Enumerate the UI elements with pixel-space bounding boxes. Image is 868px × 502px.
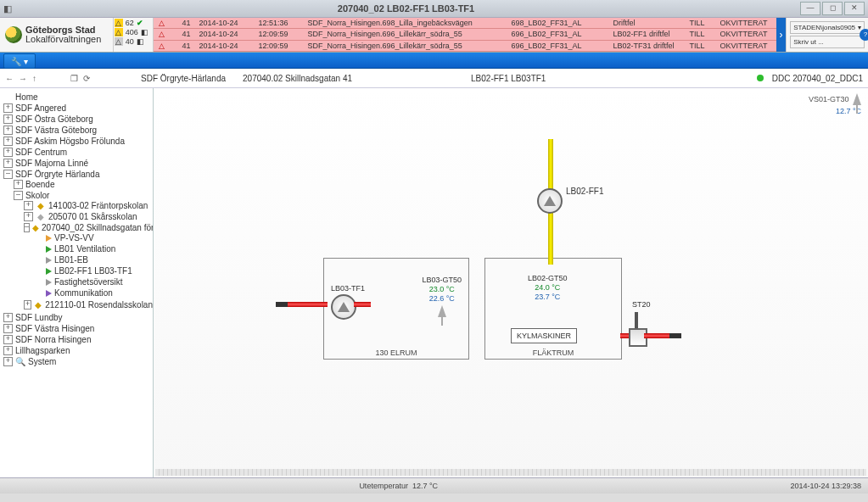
status-bar: Utetemperatur 12.7 °C 2014-10-24 13:29:3… <box>0 477 868 494</box>
tree-item[interactable]: +SDF Östra Göteborg <box>3 114 153 124</box>
alarm-ack: OKVITTERAT <box>720 30 771 38</box>
footer-temp-value: 12.7 °C <box>412 482 438 490</box>
tree-item[interactable]: +SDF Askim Högsbo Frölunda <box>3 137 153 146</box>
state-icon: ◧ <box>141 28 148 36</box>
tree-item[interactable]: +SDF Centrum <box>3 148 153 157</box>
alarm-tag: 696_LB02_FF31_AL <box>512 42 605 50</box>
tree-item[interactable]: +Boende <box>14 180 153 189</box>
room-130-elrum: LB03-TF1 LB03-GT50 23.0 °C 22.6 °C 130 E… <box>323 258 469 360</box>
tree-item[interactable]: +◆205070 01 Skårsskolan <box>24 212 153 221</box>
tree-item[interactable]: +SDF Majorna Linné <box>3 159 153 168</box>
alarm-time: 12:09:59 <box>259 30 300 38</box>
tree-home[interactable]: Home <box>3 92 153 102</box>
tree-item[interactable]: +◆212110-01 Rosendalsskolan <box>24 300 153 310</box>
outdoor-sensor: VS01-GT30 12.7 °C <box>809 93 861 115</box>
alarm-count-value: 40 <box>126 37 134 46</box>
alarm-pri: 41 <box>177 42 191 50</box>
page-icon <box>46 235 52 242</box>
tree-item[interactable]: +🔍System <box>3 357 153 366</box>
window-title: 207040_02 LB02-FF1 LB03-TF1 <box>12 3 800 14</box>
sensor-label: VS01-GT30 <box>809 95 849 103</box>
valve-label: ST20 <box>632 300 651 309</box>
brand-block: Göteborgs Stad Lokalförvaltningen <box>0 18 114 52</box>
folder-icon: ◆ <box>36 201 46 210</box>
alarm-tri-icon: △ <box>115 37 123 46</box>
tree-item[interactable]: –SDF Örgryte Härlanda <box>3 170 153 179</box>
alarm-row[interactable]: △412014-10-2412:09:59SDF_Norra_Hisingen.… <box>154 41 776 52</box>
room-label: FLÄKTRUM <box>485 349 621 357</box>
folder-icon: ◆ <box>32 223 39 232</box>
nav-tree[interactable]: Home +SDF Angered +SDF Östra Göteborg +S… <box>0 88 154 477</box>
status-label: DDC 207040_02_DDC1 <box>772 74 863 83</box>
alarm-tri-icon: △ <box>159 30 169 38</box>
pipe-exhaust <box>620 333 629 338</box>
tree-item[interactable]: +SDF Norra Hisingen <box>3 335 153 344</box>
state-icon: ◧ <box>137 37 144 46</box>
tree-item[interactable]: +SDF Västra Göteborg <box>3 126 153 135</box>
tree-item[interactable]: +SDF Lundby <box>3 313 153 322</box>
breadcrumb: SDF Örgryte-Härlanda 207040.02 Skillnads… <box>141 74 748 83</box>
tree-leaf[interactable]: LB02-FF1 LB03-TF1 <box>34 266 153 276</box>
alarm-state: TILL <box>690 30 712 38</box>
copy-button[interactable]: ❐ <box>70 74 78 83</box>
app-icon: ◧ <box>3 3 12 14</box>
alarm-desc: LB02-FF1 driftfel <box>613 30 681 38</box>
alarm-ack: OKVITTERAT <box>720 42 771 50</box>
sensor-lb03-gt50: LB03-GT50 23.0 °C 22.6 °C <box>422 276 462 320</box>
tree-item[interactable]: –Skolor <box>14 191 153 200</box>
nav-forward-button[interactable]: → <box>19 74 27 83</box>
toolbar: ← → ↑ ❐ ⟳ SDF Örgryte-Härlanda 207040.02… <box>0 69 868 88</box>
tree-leaf[interactable]: LB01-EB <box>34 255 153 265</box>
alarm-count-column: △62✔ △406◧ △40◧ <box>114 18 154 52</box>
minimize-button[interactable]: — <box>800 2 820 15</box>
brand-line2: Lokalförvaltningen <box>25 35 101 44</box>
alarm-desc: LB02-TF31 driftfel <box>613 42 681 50</box>
brand-logo-icon <box>5 26 22 43</box>
kylmaskiner-box[interactable]: KYLMASKINER <box>511 328 577 343</box>
user-name-field[interactable]: STADEN\jonals0905▾ <box>790 21 865 34</box>
alarm-path: SDF_Norra_Hisingen.698_Lilla_ingebäcksvä… <box>308 19 503 27</box>
alarm-tri-icon: △ <box>115 19 123 27</box>
status-dot-icon <box>757 75 764 81</box>
alarm-time: 12:51:36 <box>259 19 300 27</box>
tree-item[interactable]: –◆207040_02 Skillnadsgatan förs... <box>24 223 153 232</box>
nav-back-button[interactable]: ← <box>5 74 14 83</box>
tree-item[interactable]: +◆141003-02 Fräntorpskolan <box>24 201 153 210</box>
tree-leaf[interactable]: Fastighetsöversikt <box>34 277 153 287</box>
nav-up-button[interactable]: ↑ <box>32 74 36 83</box>
page-icon <box>46 268 52 275</box>
alarm-count-value: 406 <box>126 28 138 36</box>
alarm-row[interactable]: △412014-10-2412:09:59SDF_Norra_Hisingen.… <box>154 29 776 40</box>
alarm-pri: 41 <box>177 30 191 38</box>
alarm-next-button[interactable]: › <box>776 18 787 52</box>
page-icon <box>46 290 52 297</box>
alarm-state: TILL <box>690 19 712 27</box>
crumb-2[interactable]: 207040.02 Skillnadsgatan 41 <box>243 74 352 83</box>
alarm-tag: 698_LB02_FF31_AL <box>512 19 605 27</box>
tree-leaf[interactable]: LB01 Ventilation <box>34 244 153 254</box>
fan-lb02-ff1[interactable] <box>537 188 563 214</box>
alarm-path: SDF_Norra_Hisingen.696_Lillekärr_södra_5… <box>308 42 503 50</box>
close-button[interactable]: ✕ <box>844 2 865 15</box>
help-icon[interactable]: ? <box>860 29 868 41</box>
alarm-pri: 41 <box>177 19 191 27</box>
crumb-1[interactable]: SDF Örgryte-Härlanda <box>141 74 226 83</box>
tree-item[interactable]: +SDF Västra Hisingen <box>3 324 153 333</box>
alarm-row[interactable]: △412014-10-2412:51:36SDF_Norra_Hisingen.… <box>154 18 776 29</box>
tree-leaf[interactable]: Kommunikation <box>34 288 153 298</box>
pipe-exhaust <box>644 333 669 338</box>
folder-icon: ◆ <box>36 212 46 221</box>
refresh-button[interactable]: ⟳ <box>83 74 90 83</box>
alarm-date: 2014-10-24 <box>199 19 250 27</box>
user-name: STADEN\jonals0905 <box>793 24 855 31</box>
print-button[interactable]: Skriv ut ... <box>790 36 865 48</box>
maximize-button[interactable]: ◻ <box>822 2 843 15</box>
tree-leaf[interactable]: VP-VS-VV <box>34 233 153 243</box>
tree-item[interactable]: +SDF Angered <box>3 103 153 113</box>
tools-menu-button[interactable]: 🔧 ▾ <box>3 53 36 69</box>
fan-lb03-tf1[interactable] <box>331 294 356 320</box>
page-icon <box>46 257 52 264</box>
alarm-time: 12:09:59 <box>259 42 300 50</box>
room-flaktrum: LB02-GT50 24.0 °C 23.7 °C KYLMASKINER FL… <box>484 258 622 360</box>
tree-item[interactable]: +Lillhagsparken <box>3 346 153 355</box>
